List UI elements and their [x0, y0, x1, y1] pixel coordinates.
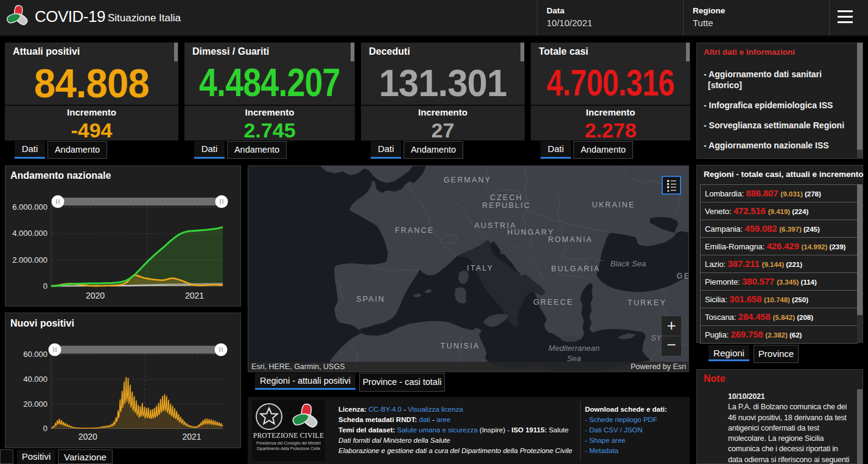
svg-text:SPAIN: SPAIN [356, 295, 385, 303]
svg-text:2021: 2021 [183, 432, 201, 441]
svg-text:2020: 2020 [79, 432, 97, 441]
svg-text:60.000: 60.000 [23, 350, 47, 359]
svg-text:20.000: 20.000 [23, 400, 47, 409]
svg-text:FRANCE: FRANCE [395, 226, 435, 235]
svg-text:REPUBLIC: REPUBLIC [482, 201, 531, 210]
svg-text:6.000.000: 6.000.000 [12, 203, 47, 212]
svg-text:UKRAINE: UKRAINE [592, 201, 635, 209]
svg-text:SY: SY [651, 333, 662, 342]
svg-text:GEO: GEO [677, 272, 689, 280]
svg-text:TURKEY: TURKEY [628, 299, 667, 307]
svg-text:ROMANIA: ROMANIA [548, 235, 593, 244]
svg-text:BULGARIA: BULGARIA [551, 265, 601, 273]
svg-text:Mediterranean: Mediterranean [548, 344, 600, 353]
svg-text:Presidenza del Consiglio dei M: Presidenza del Consiglio dei Ministri [256, 441, 321, 446]
svg-text:PROTEZIONE CIVILE: PROTEZIONE CIVILE [253, 432, 324, 439]
svg-text:TUNISIA: TUNISIA [441, 342, 480, 350]
svg-text:Dipartimento della Protezione: Dipartimento della Protezione Civile [257, 446, 321, 451]
svg-text:2020: 2020 [86, 291, 105, 300]
svg-text:ITALY: ITALY [467, 264, 494, 272]
svg-text:Black Sea: Black Sea [611, 259, 646, 268]
svg-text:CZECH: CZECH [490, 193, 523, 202]
svg-text:GREECE: GREECE [533, 298, 573, 306]
svg-text:40.000: 40.000 [23, 375, 47, 384]
svg-text:GERMANY: GERMANY [444, 176, 492, 184]
svg-text:0: 0 [43, 282, 47, 291]
svg-text:2.000.000: 2.000.000 [12, 255, 47, 265]
svg-text:2021: 2021 [185, 291, 204, 300]
svg-text:0: 0 [43, 424, 47, 433]
svg-text:4.000.000: 4.000.000 [12, 229, 47, 238]
